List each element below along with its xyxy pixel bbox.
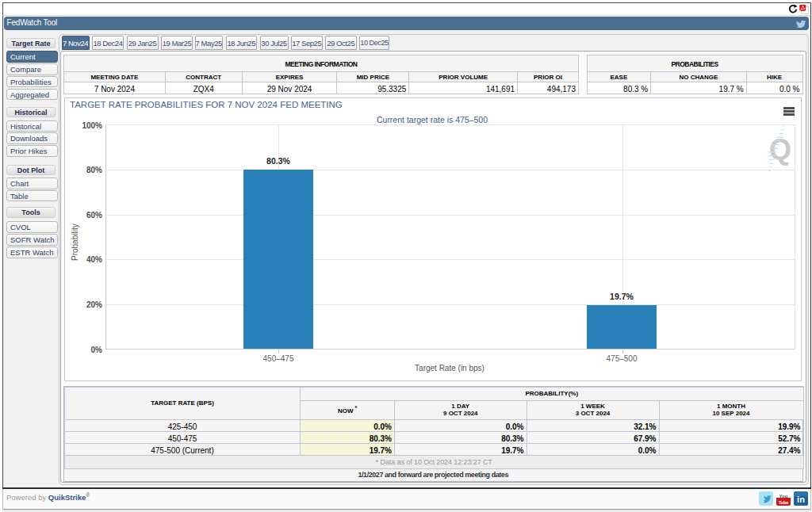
svg-text:in: in — [797, 495, 805, 504]
svg-text:Tube: Tube — [778, 500, 788, 505]
svg-text:You: You — [779, 494, 787, 499]
